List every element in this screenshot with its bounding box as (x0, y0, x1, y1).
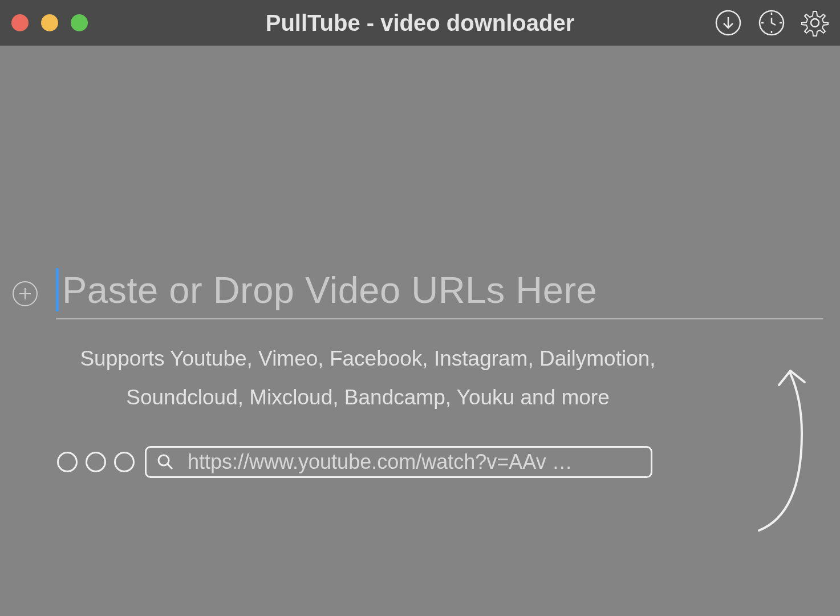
example-url-text: https://www.youtube.com/watch?v=AAv … (188, 450, 573, 474)
browser-hint: https://www.youtube.com/watch?v=AAv … (57, 446, 823, 478)
minimize-window-button[interactable] (41, 14, 58, 31)
url-input[interactable] (62, 269, 823, 311)
content-area: Supports Youtube, Vimeo, Facebook, Insta… (0, 46, 840, 616)
settings-button[interactable] (801, 9, 829, 37)
circle-icon (57, 452, 78, 472)
circle-icon (114, 452, 135, 472)
close-window-button[interactable] (11, 14, 29, 31)
maximize-window-button[interactable] (71, 14, 88, 31)
history-button[interactable] (758, 9, 785, 37)
supports-text: Supports Youtube, Vimeo, Facebook, Insta… (68, 339, 667, 418)
gear-icon (801, 9, 829, 37)
url-input-row (11, 268, 823, 319)
svg-line-12 (168, 464, 172, 469)
downloads-button[interactable] (715, 9, 742, 37)
curved-arrow-icon (748, 365, 816, 536)
download-icon (715, 9, 742, 37)
search-icon (157, 453, 174, 471)
svg-point-11 (159, 455, 169, 465)
browser-circles (57, 452, 135, 472)
example-url-bar: https://www.youtube.com/watch?v=AAv … (145, 446, 652, 478)
svg-point-7 (811, 19, 819, 27)
text-cursor (56, 268, 59, 311)
arrow-hint (748, 365, 816, 538)
toolbar-buttons (715, 9, 829, 37)
window-title: PullTube - video downloader (266, 10, 575, 36)
circle-icon (86, 452, 106, 472)
plus-circle-icon (11, 280, 39, 307)
add-url-button[interactable] (11, 280, 39, 307)
traffic-lights (11, 14, 88, 31)
titlebar: PullTube - video downloader (0, 0, 840, 46)
main-area: Supports Youtube, Vimeo, Facebook, Insta… (11, 268, 823, 478)
clock-icon (758, 9, 785, 37)
url-input-wrapper (56, 268, 823, 319)
